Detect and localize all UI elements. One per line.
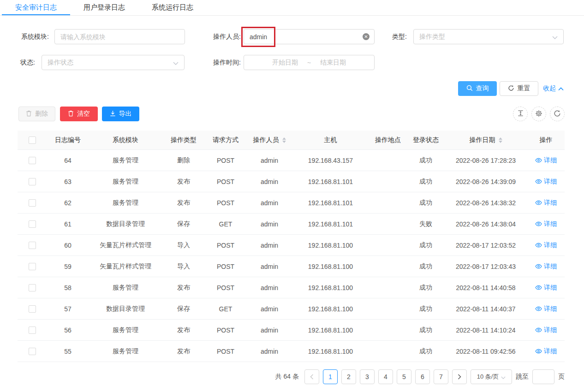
cell-login_status: 成功 <box>407 320 444 340</box>
reset-icon <box>508 85 514 93</box>
column-header-9[interactable]: 操作日期 <box>444 131 527 149</box>
status-select-placeholder: 操作状态 <box>48 59 73 67</box>
row-checkbox[interactable] <box>29 242 36 249</box>
cell-action: 详细 <box>527 320 565 340</box>
table-row: 56服务管理发布POSTadmin192.168.81.100成功2022-08… <box>18 320 565 341</box>
chevron-left-icon <box>310 374 314 380</box>
detail-link[interactable]: 详细 <box>535 156 557 165</box>
detail-link[interactable]: 详细 <box>535 199 557 207</box>
table-row: 60矢量瓦片样式管理导入POSTadmin192.168.81.100成功202… <box>18 235 565 256</box>
cell-login_status: 成功 <box>407 298 444 319</box>
download-icon <box>110 110 116 118</box>
page-button-7[interactable]: 7 <box>434 369 448 384</box>
row-checkbox[interactable] <box>29 327 36 334</box>
cell-operator: admin <box>246 256 292 277</box>
row-checkbox[interactable] <box>29 305 36 313</box>
export-button[interactable]: 导出 <box>102 107 139 121</box>
cell-location <box>369 150 407 171</box>
jump-page-input[interactable] <box>532 369 554 384</box>
cell-module: 服务管理 <box>89 320 162 340</box>
page-button-6[interactable]: 6 <box>415 369 430 384</box>
cell-module: 数据目录管理 <box>89 298 162 319</box>
cell-host: 192.168.81.100 <box>292 277 369 298</box>
sort-carets-icon[interactable] <box>282 137 286 143</box>
row-checkbox[interactable] <box>29 220 36 228</box>
row-checkbox[interactable] <box>29 157 36 164</box>
start-date-placeholder: 开始日期 <box>272 59 298 67</box>
eye-icon <box>535 200 542 205</box>
column-header-1: 日志编号 <box>47 131 89 149</box>
page-button-5[interactable]: 5 <box>397 369 411 384</box>
table-row: 62服务管理发布POSTadmin192.168.81.101成功2022-08… <box>18 192 565 214</box>
detail-link[interactable]: 详细 <box>535 305 557 313</box>
column-header-10: 操作 <box>527 131 565 149</box>
tab-1[interactable]: 安全审计日志 <box>2 0 70 15</box>
page-button-3[interactable]: 3 <box>360 369 375 384</box>
row-checkbox-cell <box>18 150 47 171</box>
table-header-row: 日志编号系统模块操作类型请求方式操作人员主机操作地点登录状态操作日期操作 <box>18 131 565 150</box>
row-checkbox[interactable] <box>29 263 36 270</box>
detail-link[interactable]: 详细 <box>535 241 557 249</box>
sort-carets-icon[interactable] <box>499 137 502 143</box>
cell-op_type: 导入 <box>162 235 205 255</box>
page-button-2[interactable]: 2 <box>341 369 356 384</box>
tab-bar: 安全审计日志用户登录日志系统运行日志 <box>0 0 584 16</box>
module-input[interactable] <box>54 29 185 44</box>
cell-operator: admin <box>246 214 292 234</box>
eye-icon <box>535 349 542 354</box>
detail-link-label: 详细 <box>544 305 557 313</box>
time-range-picker[interactable]: 开始日期 ~ 结束日期 <box>244 55 375 70</box>
page-button-1[interactable]: 1 <box>323 369 338 384</box>
operator-input-wrap: ✕ <box>244 29 375 44</box>
reset-button[interactable]: 重置 <box>500 81 538 96</box>
detail-link[interactable]: 详细 <box>535 178 557 186</box>
detail-link[interactable]: 详细 <box>535 326 557 334</box>
cell-operator: admin <box>246 192 292 213</box>
cell-module: 服务管理 <box>89 192 162 213</box>
cell-location <box>369 214 407 234</box>
page-button-4[interactable]: 4 <box>378 369 393 384</box>
row-checkbox[interactable] <box>29 348 36 355</box>
type-select[interactable]: 操作类型 <box>413 29 564 44</box>
detail-link[interactable]: 详细 <box>535 262 557 271</box>
next-page-button[interactable] <box>452 369 467 384</box>
row-checkbox[interactable] <box>29 178 36 185</box>
select-all-checkbox[interactable] <box>29 137 36 144</box>
row-height-button[interactable] <box>513 107 528 121</box>
cell-action: 详细 <box>527 171 565 192</box>
tab-3[interactable]: 系统运行日志 <box>138 0 207 15</box>
delete-button-label: 删除 <box>35 110 48 118</box>
row-checkbox-cell <box>18 341 47 362</box>
collapse-link[interactable]: 收起 <box>543 81 564 96</box>
detail-link[interactable]: 详细 <box>535 284 557 292</box>
cell-module: 矢量瓦片样式管理 <box>89 256 162 277</box>
cell-log_id: 57 <box>47 298 89 319</box>
column-header-5[interactable]: 操作人员 <box>246 131 292 149</box>
delete-button[interactable]: 删除 <box>18 107 55 121</box>
row-checkbox[interactable] <box>29 284 36 291</box>
cell-method: GET <box>205 298 246 319</box>
status-select[interactable]: 操作状态 <box>42 55 185 70</box>
eye-icon <box>535 243 542 248</box>
chevron-down-icon <box>173 59 179 66</box>
detail-link[interactable]: 详细 <box>535 347 557 356</box>
cell-host: 192.168.43.157 <box>292 150 369 171</box>
clear-icon[interactable]: ✕ <box>363 33 369 40</box>
cell-location <box>369 320 407 340</box>
cell-log_id: 60 <box>47 235 89 255</box>
cell-log_id: 61 <box>47 214 89 234</box>
refresh-button[interactable] <box>550 107 565 121</box>
tab-2[interactable]: 用户登录日志 <box>70 0 138 15</box>
cell-op_date: 2022-08-11 14:40:37 <box>444 298 527 319</box>
settings-button[interactable] <box>531 107 546 121</box>
prev-page-button[interactable] <box>304 369 319 384</box>
page-size-select[interactable]: 10 条/页 <box>471 369 512 384</box>
detail-link[interactable]: 详细 <box>535 220 557 228</box>
clear-button[interactable]: 清空 <box>60 107 98 121</box>
row-checkbox[interactable] <box>29 199 36 207</box>
search-button[interactable]: 查询 <box>458 81 497 96</box>
detail-link-label: 详细 <box>544 326 557 334</box>
cell-operator: admin <box>246 298 292 319</box>
operator-input[interactable] <box>244 29 375 44</box>
cell-log_id: 62 <box>47 192 89 213</box>
